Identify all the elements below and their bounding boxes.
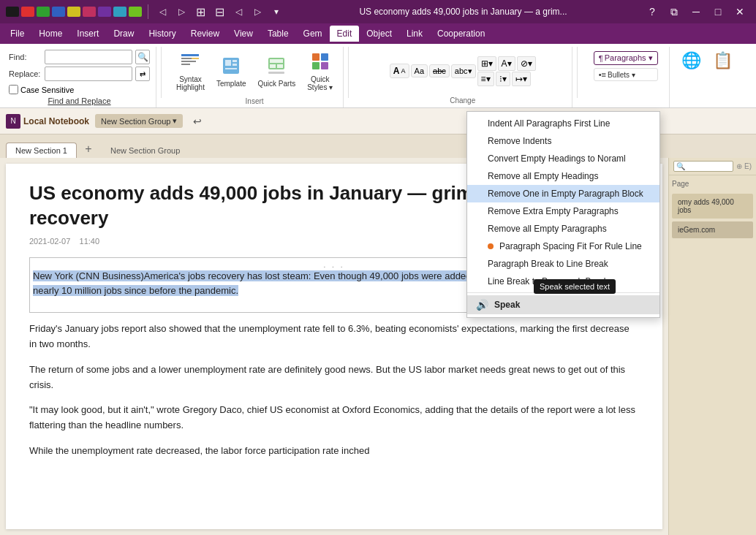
dropdown-item-remove-one-empty-para[interactable]: Remove One in Empty Paragraph Block xyxy=(467,185,659,202)
dropdown-item-remove-extra-empty[interactable]: Remove Extra Empty Paragraphs xyxy=(467,202,659,220)
dropdown-item-remove-all-empty-headings[interactable]: Remove all Empty Headings xyxy=(467,167,659,185)
convert-empty-label: Convert Empty Headings to Noraml xyxy=(488,153,626,164)
para-break-to-line-label: Paragraph Break to Line Break xyxy=(488,259,608,269)
remove-extra-empty-label: Remove Extra Empty Paragraphs xyxy=(488,206,619,216)
remove-one-empty-para-label: Remove One in Empty Paragraph Block xyxy=(488,189,643,199)
dropdown-item-remove-indents[interactable]: Remove Indents xyxy=(467,132,659,150)
dropdown-item-remove-all-empty-para[interactable]: Remove all Empty Paragraphs xyxy=(467,220,659,238)
dropdown-item-indent-all[interactable]: Indent All Paragraphs First Line xyxy=(467,115,659,132)
dropdown-item-para-spacing[interactable]: Paragraph Spacing Fit For Rule Line xyxy=(467,238,659,255)
remove-all-empty-para-label: Remove all Empty Paragraphs xyxy=(488,224,607,234)
remove-indents-label: Remove Indents xyxy=(488,136,551,146)
dropdown-speak-section[interactable]: 🔊 Speak xyxy=(467,295,659,314)
para-spacing-label: Paragraph Spacing Fit For Rule Line xyxy=(499,241,642,251)
speak-icon: 🔊 xyxy=(476,299,488,311)
dropdown-item-para-break-to-line[interactable]: Paragraph Break to Line Break xyxy=(467,255,659,273)
remove-all-empty-headings-label: Remove all Empty Headings xyxy=(488,171,598,181)
dropdown-item-convert-empty[interactable]: Convert Empty Headings to Noraml xyxy=(467,150,659,167)
speak-tooltip: Speak selected text xyxy=(534,279,616,294)
dot-orange-icon xyxy=(488,243,494,249)
indent-all-label: Indent All Paragraphs First Line xyxy=(488,118,610,129)
speak-label: Speak xyxy=(494,300,520,310)
